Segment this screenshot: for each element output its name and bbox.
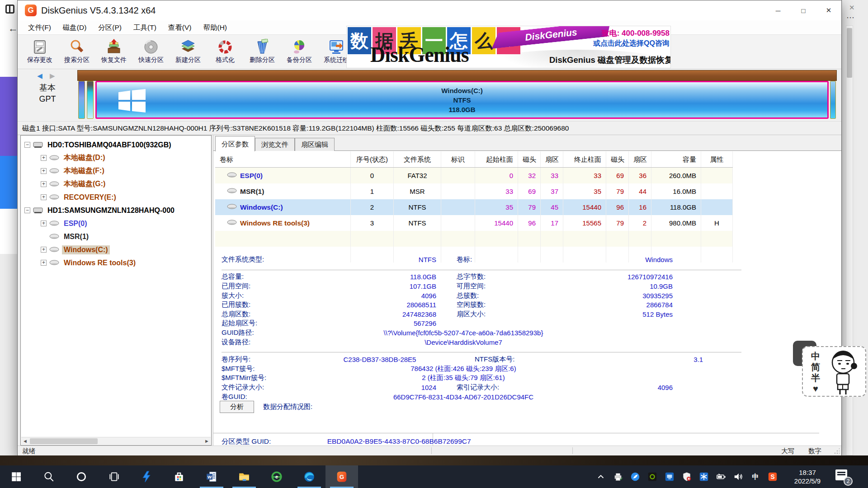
column-header-11[interactable]: 属性 [701, 151, 733, 167]
taskbar-button-cortana[interactable] [65, 465, 98, 488]
maximize-button[interactable]: □ [791, 0, 816, 20]
expand-icon[interactable]: + [41, 260, 47, 266]
toolbar-button-new-partition[interactable]: 新建分区 [170, 35, 207, 68]
toolbar-button-save-changes[interactable]: 保存更改 [21, 35, 58, 68]
tab-2[interactable]: 扇区编辑 [295, 138, 335, 151]
tray-snowflake-icon[interactable] [695, 465, 712, 488]
taskbar-button-store[interactable] [163, 465, 195, 488]
taskbar-button-start[interactable] [0, 465, 33, 488]
tree-horizontal-scrollbar[interactable]: ◄ ► [21, 437, 211, 445]
toolbar-button-search-partition[interactable]: 搜索分区 [58, 35, 95, 68]
taskbar-button-search[interactable] [33, 465, 65, 488]
tab-0[interactable]: 分区参数 [215, 136, 255, 151]
taskbar-button-diskgenius[interactable]: G [326, 465, 358, 488]
table-row-0[interactable]: ESP(0)0FAT3203233336936260.0MB [215, 168, 733, 183]
tray-nvidia-icon[interactable] [644, 465, 661, 488]
tray-intel-icon[interactable] [661, 465, 678, 488]
tab-1[interactable]: 浏览文件 [255, 138, 295, 151]
table-row-3[interactable]: Windows RE tools(3)3NTFS1544096171556579… [215, 215, 733, 231]
taskbar-button-explorer[interactable] [228, 465, 260, 488]
tree-item-8[interactable]: +Windows(C:) [21, 243, 211, 256]
collapse-icon[interactable]: − [24, 207, 30, 213]
table-row-1[interactable]: MSR(1)1MSR33693735794416.0MB [215, 183, 733, 199]
tree-item-3[interactable]: +本地磁盘(G:) [21, 178, 211, 191]
column-header-9[interactable]: 扇区 [629, 151, 651, 167]
expand-icon[interactable]: + [41, 168, 47, 174]
tray-chevron-icon[interactable] [592, 465, 609, 488]
column-header-4[interactable]: 起始柱面 [475, 151, 518, 167]
column-header-2[interactable]: 文件系统 [394, 151, 441, 167]
tree-item-9[interactable]: +Windows RE tools(3) [21, 256, 211, 269]
tray-battery-icon[interactable] [712, 465, 730, 488]
taskbar-button-edge[interactable] [293, 465, 326, 488]
menu-item-2[interactable]: 分区(P) [92, 20, 127, 35]
menu-item-4[interactable]: 查看(V) [162, 20, 198, 35]
column-header-3[interactable]: 标识 [441, 151, 475, 167]
taskbar-button-task-view[interactable] [98, 465, 130, 488]
disk-bar[interactable] [77, 70, 837, 81]
menu-item-5[interactable]: 帮助(H) [197, 20, 233, 35]
back-arrow-icon[interactable]: ← [8, 23, 18, 34]
column-header-1[interactable]: 序号(状态) [351, 151, 394, 167]
close-button[interactable]: ✕ [816, 0, 841, 20]
search-icon [43, 471, 55, 483]
scroll-right-icon[interactable]: ► [203, 437, 211, 445]
taskbar-clock[interactable]: 18:37 2022/5/9 [786, 465, 829, 488]
toolbar-button-recover-files[interactable]: 恢复文件 [95, 35, 132, 68]
tree-item-1[interactable]: +本地磁盘(D:) [21, 151, 211, 164]
banner-qq-link[interactable]: 或点击此处选择QQ咨询 [572, 39, 670, 48]
menu-item-0[interactable]: 文件(F) [22, 20, 57, 35]
partition-block-windows-c[interactable]: Windows(C:) NTFS 118.0GB [95, 81, 829, 119]
toolbar-button-delete-partition[interactable]: 删除分区 [244, 35, 281, 68]
nav-right-icon[interactable]: ▶ [50, 72, 58, 80]
taskbar-button-browser-green[interactable]: e [260, 465, 293, 488]
background-scrollbar-thumb[interactable] [847, 28, 852, 78]
background-close-icon[interactable]: ✕ [849, 4, 855, 12]
expand-icon[interactable]: + [41, 247, 47, 253]
toolbar-button-backup-partition[interactable]: 备份分区 [281, 35, 318, 68]
tray-shield-icon[interactable] [678, 465, 695, 488]
table-row-2[interactable]: Windows(C:)2NTFS357945154409616118.0GB [215, 199, 733, 215]
expand-icon[interactable]: + [41, 155, 47, 161]
expand-icon[interactable]: + [41, 181, 47, 187]
scrollbar-thumb[interactable] [30, 438, 98, 444]
column-header-8[interactable]: 磁头 [606, 151, 629, 167]
ime-status-widget[interactable]: 中简半♥ [792, 340, 868, 399]
tray-wing-icon[interactable] [627, 465, 644, 488]
tray-speaker-icon[interactable] [730, 465, 747, 488]
action-center-icon[interactable]: 2 [835, 469, 851, 484]
collapse-icon[interactable]: − [24, 142, 30, 148]
column-header-7[interactable]: 终止柱面 [563, 151, 606, 167]
column-header-5[interactable]: 磁头 [518, 151, 541, 167]
ad-banner[interactable]: 数据丢一怎么! DiskGenius DiskGenius 致电: 400-00… [346, 26, 671, 68]
partition-block-re-tools[interactable] [830, 81, 836, 119]
toolbar-button-quick-partition[interactable]: 快速分区 [132, 35, 170, 68]
tree-item-6[interactable]: +ESP(0) [21, 217, 211, 230]
tray-ime-icon[interactable]: 中 [747, 465, 764, 488]
tray-sogou-icon[interactable]: S [764, 465, 781, 488]
minimize-button[interactable]: ─ [765, 0, 791, 20]
nav-left-icon[interactable]: ◀ [37, 72, 45, 80]
taskbar-button-thunder[interactable] [130, 465, 163, 488]
resize-grip[interactable] [834, 448, 840, 454]
expand-icon[interactable]: + [41, 194, 47, 200]
taskbar-button-word[interactable]: W [195, 465, 228, 488]
tray-printer-icon[interactable]: ✓ [609, 465, 627, 488]
menu-item-3[interactable]: 工具(T) [127, 20, 162, 35]
column-header-10[interactable]: 容量 [651, 151, 701, 167]
expand-icon[interactable]: + [41, 221, 47, 226]
menu-item-1[interactable]: 磁盘(D) [57, 20, 93, 35]
tree-item-4[interactable]: +RECOVERY(E:) [21, 191, 211, 204]
toolbar-button-format[interactable]: 格式化 [207, 35, 244, 68]
column-header-0[interactable]: 卷标 [215, 151, 351, 167]
tree-item-2[interactable]: +本地磁盘(F:) [21, 164, 211, 178]
tree-item-0[interactable]: −HD0:TOSHIBAMQ04ABF100(932GB) [21, 138, 211, 151]
scroll-left-icon[interactable]: ◄ [21, 437, 29, 445]
analyze-button[interactable]: 分析 [220, 401, 254, 413]
more-options-icon[interactable]: ⋯ [846, 13, 855, 23]
partition-block-esp[interactable] [78, 81, 85, 119]
column-header-6[interactable]: 扇区 [541, 151, 563, 167]
partition-block-msr[interactable] [87, 81, 94, 119]
tree-item-7[interactable]: MSR(1) [21, 230, 211, 243]
tree-item-5[interactable]: −HD1:SAMSUNGMZNLN128HAHQ-000 [21, 204, 211, 217]
